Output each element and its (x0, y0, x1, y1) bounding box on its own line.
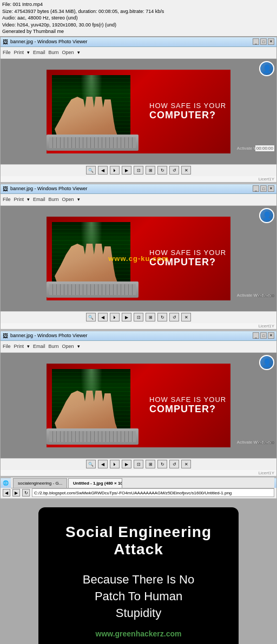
delete-btn-3[interactable]: ✕ (181, 460, 191, 468)
banner-bottom-text-3: COMPUTER? (149, 404, 216, 415)
scroll-counter-3: 00:00:00 (258, 440, 274, 445)
browser-tab-1[interactable]: socialengineering - G... (13, 478, 67, 488)
titlebar-1: 🖼 banner.jpg - Windows Photo Viewer _ □ … (1, 37, 276, 47)
banner-image-3: HOW SAFE IS YOUR COMPUTER? (47, 364, 230, 447)
burn-btn-2[interactable]: Burn (49, 197, 59, 202)
scroll-counter-1: 00:00:00 (255, 145, 274, 151)
open-btn-3[interactable]: Open (62, 344, 74, 349)
actual-btn-3[interactable]: ⊞ (146, 460, 155, 468)
file-menu-3[interactable]: File (3, 344, 11, 349)
email-btn-1[interactable]: Email (33, 50, 45, 55)
search-btn-2[interactable]: 🔍 (86, 313, 96, 321)
burn-btn-3[interactable]: Burn (49, 344, 59, 349)
file-info-bar: File: 001 Intro.mp4 Size: 47543937 bytes… (0, 0, 277, 37)
bottombar-3: 🔍 ◀ ⏵ ▶ ⊡ ⊞ ↻ ↺ ✕ (1, 458, 276, 470)
print-btn-1[interactable]: Print (14, 50, 24, 55)
keyboard-2 (47, 281, 138, 298)
minimize-btn-1[interactable]: _ (253, 38, 259, 45)
rotate-ccw-btn-1[interactable]: ↺ (169, 166, 179, 175)
fit-btn-1[interactable]: ⊡ (134, 166, 143, 175)
keyboard-keys-3 (49, 431, 136, 442)
browser-tab-2[interactable]: Untitled - 1.jpg (480 × 10... (68, 478, 122, 488)
next-btn-3[interactable]: ▶ (122, 460, 131, 468)
prev-btn-1[interactable]: ◀ (98, 166, 108, 175)
search-btn-3[interactable]: 🔍 (86, 460, 96, 468)
keyboard-keys-2 (49, 284, 136, 295)
fit-btn-3[interactable]: ⊡ (134, 460, 143, 468)
open-btn-1[interactable]: Open (62, 50, 74, 55)
minimize-btn-3[interactable]: _ (253, 332, 259, 339)
file-menu-1[interactable]: File (3, 50, 11, 55)
window-buttons-1: _ □ ✕ (253, 38, 274, 45)
app-icon-2: 🖼 (3, 186, 8, 192)
back-btn[interactable]: ◀ (3, 489, 10, 497)
banner-image-2: HOW SAFE IS YOUR COMPUTER? www.cg-ku.com (47, 217, 230, 300)
maximize-btn-3[interactable]: □ (260, 332, 267, 339)
watermark-2: www.cg-ku.com (108, 254, 168, 263)
viewer-content-1: HOW SAFE IS YOUR COMPUTER? Activate Wind… (1, 59, 276, 164)
license-tag-1: Licert1Y (1, 176, 276, 182)
photo-viewer-panel-1: 🖼 banner.jpg - Windows Photo Viewer _ □ … (0, 37, 277, 183)
print-btn-3[interactable]: Print (14, 344, 24, 349)
social-engineering-box: Social Engineering Attack Because There … (38, 507, 239, 644)
file-info-line5: Generated by Thumbnail me (2, 28, 275, 35)
window-title-1: banner.jpg - Windows Photo Viewer (10, 39, 87, 44)
app-icon-3: 🖼 (3, 333, 8, 339)
email-btn-2[interactable]: Email (33, 197, 45, 202)
rotate-cw-btn-2[interactable]: ↻ (157, 313, 167, 321)
play-btn-3[interactable]: ⏵ (110, 460, 120, 468)
actual-btn-2[interactable]: ⊞ (146, 313, 155, 321)
browser-tabs: socialengineering - G... Untitled - 1.jp… (11, 478, 274, 488)
license-tag-2: Licert1Y (1, 323, 276, 329)
minimize-btn-2[interactable]: _ (253, 185, 259, 192)
prev-btn-2[interactable]: ◀ (98, 313, 108, 321)
titlebar-left-2: 🖼 banner.jpg - Windows Photo Viewer (3, 186, 87, 192)
play-btn-2[interactable]: ⏵ (110, 313, 120, 321)
toolbar-2: File Print ▾ Email Burn Open ▾ (1, 194, 276, 206)
forward-btn[interactable]: ▶ (12, 489, 20, 497)
rotate-ccw-btn-2[interactable]: ↺ (169, 313, 179, 321)
close-btn-3[interactable]: ✕ (268, 332, 274, 339)
burn-btn-1[interactable]: Burn (49, 50, 59, 55)
bottombar-2: 🔍 ◀ ⏵ ▶ ⊡ ⊞ ↻ ↺ ✕ (1, 311, 276, 323)
maximize-btn-2[interactable]: □ (260, 185, 267, 192)
prev-btn-3[interactable]: ◀ (98, 460, 108, 468)
file-info-line2: Size: 47543937 bytes (45.34 MiB), durati… (2, 8, 275, 15)
browser-content: Social Engineering Attack Because There … (1, 499, 276, 644)
social-eng-line2: Patch To Human (49, 588, 228, 605)
address-bar[interactable] (32, 488, 274, 497)
screen-area-1 (47, 72, 144, 151)
fit-btn-2[interactable]: ⊡ (134, 313, 143, 321)
app-icon-1: 🖼 (3, 39, 8, 45)
delete-btn-1[interactable]: ✕ (181, 166, 191, 175)
open-btn-2[interactable]: Open (62, 197, 74, 202)
refresh-btn[interactable]: ↻ (22, 489, 30, 497)
search-btn-1[interactable]: 🔍 (86, 166, 96, 175)
maximize-btn-1[interactable]: □ (260, 38, 267, 45)
print-btn-2[interactable]: Print (14, 197, 24, 202)
license-tag-3: Licert1Y (1, 470, 276, 476)
rotate-cw-btn-3[interactable]: ↻ (157, 460, 167, 468)
file-menu-2[interactable]: File (3, 197, 11, 202)
social-eng-line3: Stupidity (49, 605, 228, 622)
email-btn-3[interactable]: Email (33, 344, 45, 349)
close-btn-2[interactable]: ✕ (268, 185, 274, 192)
window-buttons-3: _ □ ✕ (253, 332, 274, 339)
window-title-3: banner.jpg - Windows Photo Viewer (10, 333, 87, 338)
close-btn-1[interactable]: ✕ (268, 38, 274, 45)
delete-btn-2[interactable]: ✕ (181, 313, 191, 321)
titlebar-3: 🖼 banner.jpg - Windows Photo Viewer _ □ … (1, 331, 276, 341)
next-btn-1[interactable]: ▶ (122, 166, 131, 175)
actual-btn-1[interactable]: ⊞ (146, 166, 155, 175)
play-btn-1[interactable]: ⏵ (110, 166, 120, 175)
viewer-content-2: HOW SAFE IS YOUR COMPUTER? www.cg-ku.com… (1, 206, 276, 311)
user-avatar-2: 👤 (259, 208, 274, 223)
file-info-line3: Audio: aac, 48000 Hz, stereo (und) (2, 15, 275, 22)
rotate-ccw-btn-3[interactable]: ↺ (169, 460, 179, 468)
scroll-counter-2: 00:00:00 (258, 293, 274, 298)
window-buttons-2: _ □ ✕ (253, 185, 274, 192)
next-btn-2[interactable]: ▶ (122, 313, 131, 321)
rotate-cw-btn-1[interactable]: ↻ (157, 166, 167, 175)
user-avatar-1: 👤 (259, 61, 274, 76)
keyboard-1 (47, 135, 138, 151)
